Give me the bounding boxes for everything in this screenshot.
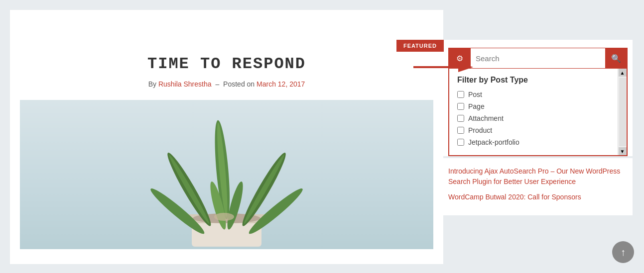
filter-dropdown: ▲ ▼ Filter by Post Type Post Page Attach… [448, 69, 628, 156]
filter-item-product: Product [457, 126, 619, 134]
main-content: FEATURED Time to respond By Rushila Shre… [10, 10, 443, 264]
filter-checkbox-jetpack[interactable] [457, 139, 464, 146]
search-bar: ⚙ 🔍 [448, 48, 628, 69]
filter-label-post: Post [468, 91, 482, 98]
scrollbar-down-button[interactable]: ▼ [619, 147, 627, 155]
post-title: Time to respond [20, 55, 433, 73]
filter-label-attachment: Attachment [468, 114, 504, 122]
filter-checkbox-attachment[interactable] [457, 115, 464, 122]
search-widget: ⚙ 🔍 ▲ ▼ Filter by Post Type Post [443, 40, 633, 156]
meta-dash: – [215, 80, 219, 88]
filter-item-post: Post [457, 91, 619, 98]
sidebar-link-2[interactable]: WordCamp Butwal 2020: Call for Sponsors [448, 192, 628, 202]
sidebar: ⚙ 🔍 ▲ ▼ Filter by Post Type Post [443, 10, 633, 264]
svg-point-13 [214, 213, 234, 221]
search-submit-button[interactable]: 🔍 [605, 48, 627, 68]
author-link[interactable]: Rushila Shrestha [158, 80, 212, 88]
sidebar-links: Introducing Ajax AutoSearch Pro – Our Ne… [443, 158, 633, 215]
by-label: By [148, 80, 156, 88]
filter-label-product: Product [468, 126, 492, 134]
posted-on-label: Posted on [223, 80, 255, 88]
filter-label-jetpack: Jetpack-portfolio [468, 138, 519, 146]
search-icon: 🔍 [611, 54, 621, 63]
filter-item-attachment: Attachment [457, 114, 619, 122]
scrollbar-thumb [619, 78, 626, 146]
filter-checkbox-page[interactable] [457, 103, 464, 110]
scrollbar-up-button[interactable]: ▲ [619, 69, 627, 77]
arrow-indicator [413, 60, 473, 75]
svg-marker-15 [458, 62, 473, 72]
search-input[interactable] [471, 54, 605, 63]
sidebar-link-1[interactable]: Introducing Ajax AutoSearch Pro – Our Ne… [448, 166, 628, 187]
filter-item-jetpack: Jetpack-portfolio [457, 138, 619, 146]
post-meta: By Rushila Shrestha – Posted on March 12… [20, 80, 433, 88]
date-link[interactable]: March 12, 2017 [257, 80, 305, 88]
filter-label-page: Page [468, 102, 485, 110]
filter-checkbox-post[interactable] [457, 91, 464, 98]
scrollbar[interactable]: ▲ ▼ [618, 69, 627, 155]
filter-checkbox-product[interactable] [457, 127, 464, 134]
post-image [20, 100, 433, 249]
scroll-to-top-button[interactable]: ↑ [612, 241, 634, 263]
filter-item-page: Page [457, 102, 619, 110]
filter-title: Filter by Post Type [457, 76, 619, 85]
scroll-top-icon: ↑ [621, 247, 626, 258]
featured-badge: FEATURED [396, 40, 444, 52]
